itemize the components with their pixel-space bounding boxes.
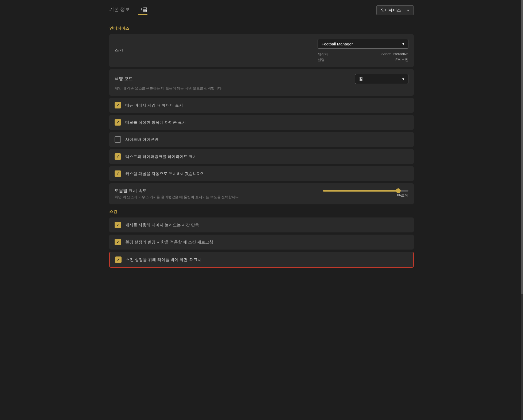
skin-label: 스킨	[115, 48, 123, 53]
checkbox-row-scb3[interactable]: 스킨 설정을 위해 타이틀 바에 화면 ID 표시	[109, 252, 414, 268]
tooltip-speed-slider-track[interactable]	[323, 190, 408, 192]
checkbox-row-cb1[interactable]: 메뉴 바에서 게임 내 에디터 표시	[109, 98, 414, 113]
checkbox-cb3-label: 사이드바 아이콘만	[125, 137, 158, 142]
tab-basic[interactable]: 기본 정보	[109, 6, 130, 15]
checkbox-scb3-label: 스킨 설정을 위해 타이틀 바에 화면 ID 표시	[126, 257, 202, 262]
checkbox-cb4-label: 텍스트의 하이퍼링크를 하이라이트 표시	[125, 154, 197, 159]
tooltip-speed-slider-fill	[323, 190, 398, 192]
tooltip-speed-value-label: 빠르게	[397, 193, 408, 198]
skin-card-right: Football Manager ▾ 제작자 Sports Interactiv…	[307, 39, 408, 62]
maker-value: Sports Interactive	[381, 52, 408, 57]
desc-value: FM 스킨	[396, 57, 408, 62]
header-dropdown-label: 인터페이스	[381, 8, 401, 13]
skin-section-label: 스킨	[109, 209, 414, 214]
skin-meta-desc: 설명 FM 스킨	[318, 57, 408, 62]
checkbox-row-cb5[interactable]: 커스텀 패널을 자동으로 무시하시겠습니까?	[109, 166, 414, 181]
checkbox-scb2-label: 환경 설정의 변경 사항을 적용할 때 스킨 새로고침	[125, 240, 213, 245]
checkbox-cb1-label: 메뉴 바에서 게임 내 에디터 표시	[125, 103, 183, 108]
scrollbar-thumb[interactable]	[521, 0, 523, 294]
skin-card: 스킨 Football Manager ▾ 제작자 Sports Interac…	[109, 34, 414, 67]
skin-dropdown[interactable]: Football Manager ▾	[318, 39, 408, 49]
scrollbar[interactable]	[521, 0, 523, 420]
colorblind-row: 색맹 모드 끔 ▾ 게임 내 각종 요소를 구분하는 데 도움이 되는 색맹 모…	[109, 69, 414, 96]
tooltip-speed-card: 도움말 표시 속도 화면 위 요소에 마우스 커서를 올려놓았을 때 툴팁이 표…	[109, 183, 414, 204]
tab-advanced[interactable]: 고급	[138, 6, 147, 15]
checkbox-scb1[interactable]	[115, 222, 121, 228]
colorblind-dropdown[interactable]: 끔 ▾	[355, 74, 408, 84]
colorblind-label: 색맹 모드	[115, 76, 133, 82]
tooltip-speed-left: 도움말 표시 속도 화면 위 요소에 마우스 커서를 올려놓았을 때 툴팁이 표…	[115, 188, 318, 200]
header-dropdown-arrow: ▾	[407, 8, 409, 13]
skin-dropdown-arrow: ▾	[402, 41, 404, 46]
checkbox-row-scb2[interactable]: 환경 설정의 변경 사항을 적용할 때 스킨 새로고침	[109, 235, 414, 250]
checkbox-scb2[interactable]	[115, 239, 121, 245]
colorblind-dropdown-arrow: ▾	[402, 77, 404, 81]
skin-meta-maker: 제작자 Sports Interactive	[318, 52, 408, 57]
colorblind-top: 색맹 모드 끔 ▾	[115, 74, 408, 84]
tooltip-speed-title: 도움말 표시 속도	[115, 188, 318, 194]
colorblind-description: 게임 내 각종 요소를 구분하는 데 도움이 되는 색맹 모드를 선택합니다	[115, 86, 408, 91]
checkbox-scb3[interactable]	[115, 256, 122, 263]
tooltip-speed-slider-thumb[interactable]	[396, 188, 401, 193]
checkbox-row-cb2[interactable]: 메모를 작성한 항목에 아이콘 표시	[109, 115, 414, 130]
checkbox-scb1-label: 캐시를 사용해 페이지 불러오는 시간 단축	[125, 223, 199, 228]
tooltip-speed-right: 빠르게	[318, 190, 408, 198]
skin-dropdown-value: Football Manager	[322, 42, 353, 46]
checkbox-row-scb1[interactable]: 캐시를 사용해 페이지 불러오는 시간 단축	[109, 217, 414, 232]
checkbox-row-cb3[interactable]: 사이드바 아이콘만	[109, 132, 414, 147]
checkbox-cb1[interactable]	[115, 102, 121, 108]
tabs-row: 기본 정보 고급 인터페이스 ▾	[109, 5, 414, 15]
checkbox-cb5[interactable]	[115, 170, 121, 177]
checkbox-cb5-label: 커스텀 패널을 자동으로 무시하시겠습니까?	[125, 171, 203, 176]
checkbox-cb3[interactable]	[115, 136, 121, 143]
tooltip-speed-desc: 화면 위 요소에 마우스 커서를 올려놓았을 때 툴팁이 표시되는 속도를 선택…	[115, 195, 248, 200]
checkbox-row-cb4[interactable]: 텍스트의 하이퍼링크를 하이라이트 표시	[109, 149, 414, 164]
checkbox-cb2[interactable]	[115, 119, 121, 126]
maker-label: 제작자	[318, 52, 328, 57]
interface-section-label: 인터페이스	[109, 26, 414, 31]
header-interface-dropdown[interactable]: 인터페이스 ▾	[376, 5, 414, 15]
desc-label: 설명	[318, 57, 325, 62]
checkbox-cb4[interactable]	[115, 153, 121, 160]
checkbox-cb2-label: 메모를 작성한 항목에 아이콘 표시	[125, 120, 186, 125]
tabs-left: 기본 정보 고급	[109, 6, 147, 15]
skin-details: 제작자 Sports Interactive 설명 FM 스킨	[318, 52, 408, 62]
colorblind-dropdown-value: 끔	[359, 76, 363, 81]
